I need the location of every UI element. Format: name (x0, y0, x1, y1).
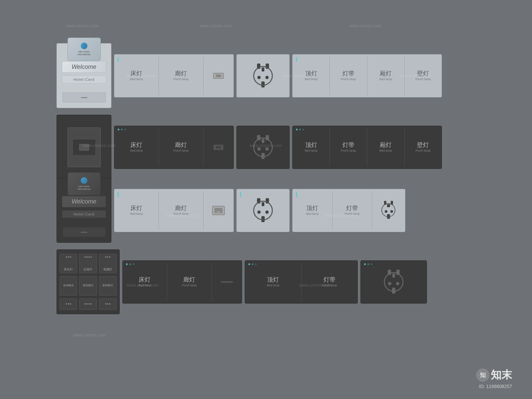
bed-lamp-en-4: Bed lamp (138, 284, 151, 287)
bottom-logo-area: 知 知末 ID: 1166608257 (476, 368, 512, 389)
light-strip-label-2: 灯带 (342, 142, 354, 149)
svg-point-19 (265, 210, 269, 214)
top-light-en-2: Bed lamp (305, 149, 318, 152)
porch-lamp-en-4: Porch lamp (182, 284, 197, 287)
room-light-en-2: Bed lamp (379, 149, 392, 152)
socket-panel-row4-right (360, 260, 427, 304)
bed-lamp-label-4: 床灯 (139, 277, 151, 283)
welcome-text-1: Welcome (64, 64, 103, 70)
light-strip-label-4: 灯带 (324, 277, 335, 283)
key-card-panel-dark (57, 115, 111, 180)
hotel-card-text-1: Hotel-Card (64, 77, 104, 81)
room-light-en-1: Bed lamp (379, 77, 392, 81)
switch-panel-row4-a: 床灯 Bed lamp 廊灯 Porch lamp (122, 260, 242, 304)
porch-lamp-label-2: 廊灯 (175, 142, 187, 149)
top-light-en-4: Bed lamp (267, 284, 279, 287)
power-socket-5hole-2 (250, 132, 276, 162)
svg-rect-16 (261, 216, 265, 222)
svg-rect-30 (392, 288, 395, 294)
bed-lamp-en-1: Bed lamp (130, 77, 143, 81)
row-4: 床头灯 过道灯 电视灯 (57, 249, 427, 314)
bed-lamp-label-1: 床灯 (130, 70, 142, 77)
light-strip-en-3: Porch lamp (344, 212, 360, 215)
light-strip-label-3: 灯带 (346, 205, 358, 212)
socket-small-3 (379, 200, 398, 221)
socket-panel-row4: 顶灯 Bed lamp 灯带 Porch lamp (245, 260, 358, 304)
svg-rect-6 (262, 67, 264, 71)
svg-rect-13 (262, 139, 264, 143)
switch-panel-2gang-usb-light: 床灯 Bed lamp 廊灯 Porch lamp (114, 54, 234, 97)
svg-point-25 (385, 210, 387, 213)
wall-light-label-1: 壁灯 (417, 70, 429, 77)
bed-lamp-label-3: 床灯 (130, 205, 142, 212)
soft-mode-label: 柔和模式 (102, 284, 113, 287)
switch-panel-row3-a: 床灯 Bed lamp 廊灯 Porch lamp (114, 189, 234, 232)
svg-rect-20 (262, 202, 264, 206)
tv-label: 电视灯 (103, 268, 112, 271)
svg-point-32 (388, 282, 391, 285)
socket-panel-row3 (236, 189, 290, 232)
computer-port-3 (212, 206, 225, 215)
usb-port-1 (213, 73, 224, 79)
hallway-label: 过道灯 (83, 268, 92, 271)
switch-panel-4gang-dark: 顶灯 Bed lamp 灯带 Porch lamp 厢灯 Bed lamp 壁灯… (292, 126, 442, 169)
top-light-label-1: 顶灯 (305, 70, 317, 77)
usb-port-2 (213, 144, 224, 150)
socket-panel-5hole-dark (236, 126, 290, 169)
svg-rect-2 (261, 81, 265, 87)
power-socket-5hole-1 (250, 61, 276, 91)
logo-chinese: 知 知末 (476, 368, 512, 382)
watermark-13: www.znzmo.com (73, 332, 106, 337)
top-light-label-4: 顶灯 (267, 277, 279, 283)
shine-mode-btn[interactable]: 照亮模式 (79, 276, 97, 296)
room-light-label-2: 厢灯 (380, 142, 392, 149)
room-light-label-1: 厢灯 (380, 70, 392, 77)
hallway-btn[interactable]: 过道灯 (79, 254, 97, 273)
dash-control-4 (220, 281, 233, 283)
svg-point-12 (265, 147, 269, 151)
svg-point-26 (390, 210, 393, 213)
light-strip-label-1: 灯带 (342, 70, 354, 77)
light-strip-en-4: Porch lamp (322, 284, 337, 287)
bed-lamp-en-3: Bed lamp (130, 212, 143, 215)
logo-icon: 知 (476, 368, 489, 382)
soft-mode-btn[interactable]: 柔和模式 (99, 276, 117, 296)
svg-rect-34 (392, 274, 395, 278)
row-1: elite hotelsInternational Welcome Hotel-… (57, 43, 442, 108)
svg-point-11 (257, 147, 261, 151)
watermark-3: www.znzmo.com (349, 23, 382, 28)
hotel-card-text-3: Hotel-Card (64, 212, 104, 216)
svg-point-18 (257, 210, 261, 214)
watermark-2: www.znzmo.com (200, 23, 232, 28)
row-2: 床灯 Bed lamp 廊灯 Porch lamp (57, 115, 442, 180)
svg-point-4 (257, 76, 261, 79)
watermark-1: www.znzmo.com (66, 23, 99, 28)
bedside-btn[interactable]: 床头灯 (60, 254, 77, 273)
power-socket-5hole-3 (250, 196, 276, 225)
top-light-label-2: 顶灯 (305, 142, 317, 149)
wall-light-en-1: Porch lamp (416, 77, 431, 81)
id-text: ID: 1166608257 (476, 384, 512, 389)
logo-text: 知末 (491, 368, 512, 382)
top-light-en-3: Bed lamp (306, 212, 319, 215)
rest-mode-btn[interactable]: 休闲模式 (60, 276, 77, 296)
svg-point-33 (396, 282, 399, 285)
rest-mode-label: 休闲模式 (63, 284, 74, 287)
top-light-en-1: Bed lamp (305, 77, 318, 81)
porch-lamp-label-1: 廊灯 (175, 70, 187, 77)
switch-panel-4gang-light: 顶灯 Bed lamp 灯带 Porch lamp 厢灯 Bed lamp 壁灯… (292, 54, 442, 97)
light-strip-en-2: Porch lamp (341, 149, 356, 152)
svg-rect-27 (387, 204, 390, 207)
switch-panel-row3-b: 顶灯 Bed lamp 灯带 Porch lamp (292, 189, 405, 232)
svg-rect-9 (261, 153, 265, 159)
welcome-text-3: Welcome (64, 198, 103, 205)
porch-lamp-en-2: Porch lamp (174, 149, 189, 152)
welcome-card-light-1: elite hotelsInternational Welcome Hotel-… (57, 43, 111, 108)
tv-btn[interactable]: 电视灯 (99, 254, 117, 273)
switch-panel-2gang-dark: 床灯 Bed lamp 廊灯 Porch lamp (114, 126, 234, 169)
top-light-label-3: 顶灯 (306, 205, 318, 212)
svg-point-5 (265, 76, 269, 79)
porch-lamp-label-4: 廊灯 (183, 277, 195, 283)
porch-lamp-label-3: 廊灯 (175, 205, 187, 212)
row-3: elite hotelsInternational Welcome Hotel-… (57, 178, 405, 243)
